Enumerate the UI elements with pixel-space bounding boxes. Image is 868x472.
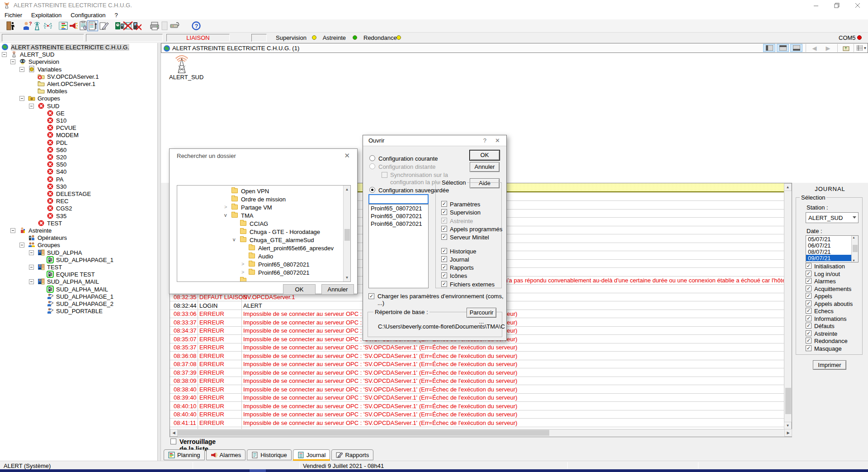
chevron-down-icon[interactable]: v (233, 237, 236, 242)
folder-label[interactable]: Partage VM (241, 204, 272, 211)
date-listbox[interactable]: 05/07/2106/07/2108/07/2109/07/21▲▼ (806, 235, 859, 262)
tree-item-label[interactable]: DELESTAGE (56, 191, 91, 197)
tree-collapse-toggle[interactable] (29, 250, 34, 255)
close-button[interactable] (847, 0, 868, 11)
saved-config-item[interactable]: Proinf66_08072021 (369, 220, 428, 228)
browse-button[interactable]: Parcourir ... (467, 308, 496, 318)
tree-collapse-toggle[interactable] (19, 67, 24, 72)
list-lock-checkbox[interactable] (170, 439, 176, 444)
view-options-button[interactable]: ▼ (856, 44, 867, 52)
tree-item-label[interactable]: EQUIPE TEST (56, 271, 95, 278)
journal-horizontal-scrollbar[interactable]: ◀ ▶ (170, 429, 792, 437)
tree-item-label[interactable]: S40 (56, 168, 66, 175)
date-list-item-selected[interactable]: 09/07/21 (806, 255, 858, 261)
selection-checkbox[interactable]: ✓ (441, 218, 447, 224)
filter-checkbox[interactable]: ✓ (806, 300, 811, 306)
saved-config-item[interactable]: Proinf65_08072021 (369, 205, 428, 212)
close-icon[interactable]: ✕ (495, 137, 500, 144)
toolbar-printer-button[interactable] (149, 20, 160, 31)
tree-item-label[interactable]: Opérateurs (38, 234, 67, 241)
journal-row[interactable]: 08:39:40ERREURImpossible de se connecter… (170, 393, 784, 402)
restore-button[interactable] (826, 0, 847, 11)
folder-label[interactable]: Chuga - GTE - Horodatage (250, 229, 320, 235)
tree-item-label[interactable]: SUD_ALPHAPAGE_1 (56, 293, 113, 300)
tree-item-label[interactable]: GE (56, 110, 65, 117)
journal-row[interactable]: 08:38:09ERREURImpossible de se connecter… (170, 377, 784, 385)
journal-row[interactable]: 08:36:08ERREURImpossible de se connecter… (170, 352, 784, 360)
tree-item-label[interactable]: ALERT_SUD (20, 51, 54, 58)
tree-collapse-toggle[interactable] (29, 279, 34, 284)
station-node-label[interactable]: ALERT_SUD (169, 74, 196, 81)
tree-item-label[interactable]: SV.OPCDAServer.1 (47, 73, 99, 80)
tree-item-label[interactable]: S30 (56, 183, 66, 190)
tree-item-label[interactable]: PDL (56, 139, 67, 146)
tree-item-label[interactable]: Astreinte (28, 227, 52, 234)
folder-label[interactable]: TMA (241, 212, 253, 219)
tab-historique[interactable]: Historique (247, 449, 292, 460)
layout-left-button[interactable] (763, 44, 775, 52)
tree-item-label[interactable]: MODEM (56, 132, 79, 138)
folder-label[interactable]: Audio (258, 253, 273, 260)
selection-checkbox[interactable]: ✓ (441, 234, 447, 240)
folder-tree-scrollbar[interactable]: ▲ ▼ (343, 186, 350, 281)
chevron-down-icon[interactable]: v (224, 212, 227, 218)
charger-checkbox[interactable]: ✓ (368, 293, 374, 299)
tree-item-label[interactable]: SUD_ALPHA (47, 249, 82, 256)
minimize-button[interactable] (806, 0, 826, 11)
tree-item-label[interactable]: Variables (38, 66, 61, 73)
toolbar-journal-button[interactable] (87, 20, 98, 31)
folder-label[interactable]: Open VPN (241, 188, 269, 195)
selection-checkbox[interactable]: ✓ (441, 209, 447, 215)
tab-rapports[interactable]: Rapports (331, 449, 373, 460)
tree-item-label[interactable]: S50 (56, 161, 66, 168)
chevron-right-icon[interactable]: > (224, 204, 227, 210)
filter-checkbox[interactable]: ✓ (806, 323, 811, 329)
toolbar-alarm-horn-button[interactable] (68, 20, 79, 31)
filter-checkbox[interactable]: ✓ (806, 293, 811, 299)
journal-row[interactable]: 08:37:39ERREURImpossible de se connecter… (170, 368, 784, 377)
tree-item-label[interactable]: Supervision (28, 58, 59, 65)
journal-row[interactable]: 08:41:11ERREURImpossible de se connecter… (170, 419, 784, 427)
tree-item-label[interactable]: CGS2 (56, 205, 72, 212)
sync-checkbox[interactable] (382, 172, 387, 178)
config-name-input[interactable] (368, 194, 429, 204)
toolbar-help-button[interactable]: ? (191, 20, 202, 31)
toolbar-planning-button[interactable] (58, 20, 69, 31)
toolbar-antenna-button[interactable] (32, 20, 42, 31)
tree-collapse-toggle[interactable] (2, 52, 7, 57)
tree-collapse-toggle[interactable] (29, 265, 34, 270)
folder-label[interactable]: CCIAG (250, 220, 268, 227)
folder-label[interactable]: Ordre de mission (241, 196, 286, 203)
help-icon[interactable]: ? (483, 137, 486, 144)
menu-fichier[interactable]: Fichier (0, 11, 27, 19)
tree-item-label[interactable]: Mobiles (47, 88, 67, 95)
tree-item-label[interactable]: TEST (47, 264, 62, 271)
menu-?[interactable]: ? (110, 11, 123, 19)
saved-config-list[interactable]: Proinf65_08072021Proinf65_08072021Proinf… (368, 204, 429, 288)
tree-collapse-toggle[interactable] (29, 104, 34, 109)
selection-checkbox[interactable]: ✓ (441, 264, 447, 270)
layout-top-button[interactable] (777, 44, 789, 52)
tree-item-label[interactable]: TEST (47, 220, 62, 227)
tree-collapse-toggle[interactable] (10, 59, 15, 64)
filter-checkbox[interactable]: ✓ (806, 345, 811, 351)
tree-item-label[interactable]: SUD_ALPHA_MAIL (56, 286, 108, 293)
filter-checkbox[interactable]: ✓ (806, 286, 811, 291)
saved-config-item[interactable]: Proinf65_08072021 (369, 212, 428, 220)
tree-collapse-toggle[interactable] (19, 96, 24, 101)
tree-collapse-toggle[interactable] (19, 243, 24, 248)
tab-alarmes[interactable]: Alarmes (206, 449, 246, 460)
tree-item-label[interactable]: PA (56, 176, 63, 183)
tree-item-label[interactable]: S35 (56, 213, 66, 219)
date-list-scrollbar[interactable]: ▲▼ (851, 236, 858, 262)
panel-splitter[interactable] (157, 43, 161, 464)
journal-row[interactable]: 08:40:40ERREURImpossible de se connecter… (170, 410, 784, 419)
date-list-item[interactable]: 06/07/21 (806, 242, 858, 248)
nav-back-button[interactable]: ◀ (808, 44, 821, 52)
toolbar-radio-waves-button[interactable] (42, 20, 53, 31)
journal-row[interactable]: 08:40:10ERREURImpossible de se connecter… (170, 402, 784, 410)
journal-row[interactable]: 08:35:37ERREURImpossible de se connecter… (170, 343, 784, 352)
tab-planning[interactable]: Planning (164, 449, 205, 460)
selection-checkbox[interactable]: ✓ (441, 248, 447, 254)
tree-item-label[interactable]: SUD_ALPHA_MAIL (47, 278, 99, 285)
